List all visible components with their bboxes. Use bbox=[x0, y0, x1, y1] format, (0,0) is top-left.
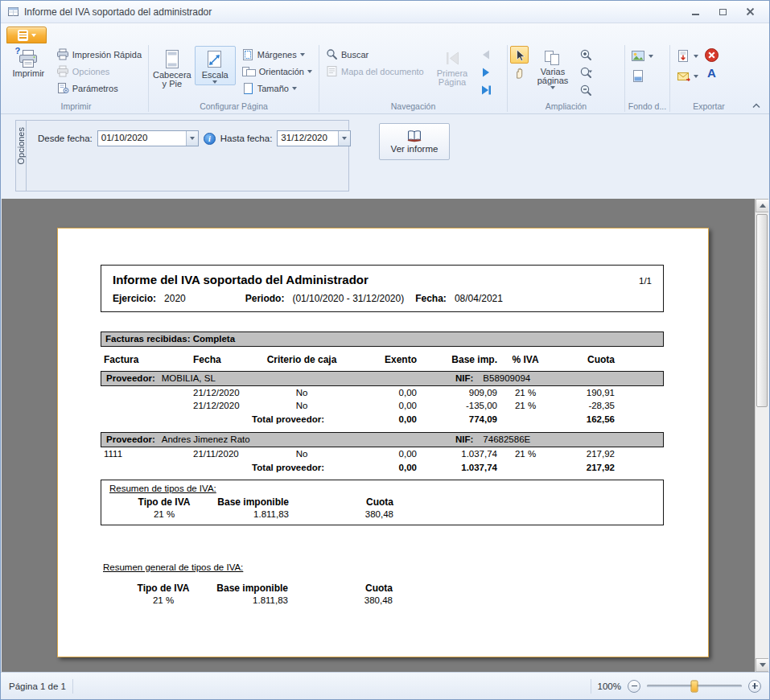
zoom-in-icon bbox=[579, 48, 593, 62]
orientation-icon bbox=[241, 65, 256, 78]
summary-title: Resumen de tipos de IVA: bbox=[101, 484, 663, 493]
page-color-icon bbox=[630, 69, 646, 84]
zoom-dropdown-button[interactable] bbox=[577, 64, 595, 81]
chevron-down-icon bbox=[31, 34, 36, 37]
next-page-icon bbox=[480, 67, 492, 78]
orientation-button[interactable]: Orientación bbox=[237, 63, 316, 80]
plus-icon bbox=[752, 686, 758, 687]
report-page: Informe del IVA soportado del Administra… bbox=[57, 228, 709, 657]
zoom-in-button[interactable] bbox=[577, 46, 595, 64]
document-map-icon bbox=[326, 65, 338, 77]
maximize-button[interactable] bbox=[714, 6, 731, 19]
appearance-button[interactable]: A bbox=[702, 64, 721, 81]
chevron-down-icon bbox=[300, 53, 305, 56]
invoice-row: 21/12/2020 No 0,00 909,09 21 % 190,91 bbox=[101, 386, 615, 399]
zoom-out-button[interactable] bbox=[577, 81, 595, 99]
margins-button[interactable]: Márgenes bbox=[237, 46, 316, 63]
scroll-down-button[interactable] bbox=[756, 658, 768, 672]
pointer-tool-button[interactable] bbox=[510, 46, 529, 64]
collapse-ribbon-button[interactable] bbox=[750, 100, 763, 111]
report-title: Informe del IVA soportado del Administra… bbox=[113, 273, 639, 286]
document-map-button: Mapa del documento bbox=[322, 63, 428, 80]
ribbon-group-fondo: Fondo d... bbox=[625, 45, 670, 112]
group-label-ampliacion: Ampliación bbox=[510, 101, 622, 112]
last-page-button[interactable] bbox=[476, 81, 495, 99]
document-preview[interactable]: Informe del IVA soportado del Administra… bbox=[2, 199, 768, 672]
page-size-icon bbox=[241, 82, 254, 95]
ribbon-group-exportar: A Exportar bbox=[670, 45, 747, 112]
hand-icon bbox=[513, 66, 526, 80]
hand-tool-button[interactable] bbox=[510, 64, 529, 81]
close-preview-button[interactable] bbox=[702, 46, 721, 64]
group-label-fondo: Fondo d... bbox=[628, 101, 667, 112]
zoom-in-button[interactable] bbox=[748, 680, 761, 693]
chevron-down-icon bbox=[307, 70, 312, 73]
vertical-scrollbar[interactable] bbox=[755, 199, 768, 672]
print-button[interactable]: ? Imprimir bbox=[6, 46, 51, 80]
size-button[interactable]: Tamaño bbox=[237, 80, 316, 97]
send-email-button[interactable] bbox=[673, 66, 701, 86]
watermark-button[interactable] bbox=[628, 46, 656, 66]
quick-print-icon bbox=[56, 48, 69, 60]
zoom-level: 100% bbox=[598, 681, 621, 691]
group-label-imprimir: Imprimir bbox=[6, 101, 146, 112]
ejercicio-label: Ejercicio: bbox=[113, 293, 156, 304]
zoom-out-button[interactable] bbox=[628, 680, 640, 693]
search-button[interactable]: Buscar bbox=[322, 46, 428, 63]
window-title: Informe del IVA soportado del administra… bbox=[24, 6, 682, 18]
minimize-button[interactable] bbox=[687, 6, 703, 19]
zoom-slider[interactable] bbox=[647, 685, 742, 687]
close-button[interactable] bbox=[742, 6, 758, 19]
general-summary: Resumen general de tipos de IVA: Tipo de… bbox=[101, 562, 664, 605]
page-color-button[interactable] bbox=[628, 66, 656, 86]
to-date-input[interactable]: 31/12/2020 bbox=[277, 130, 351, 146]
chevron-down-icon bbox=[292, 87, 297, 90]
print-options-button: Opciones bbox=[52, 63, 146, 80]
provider-total-row: Total proveedor: 0,00 1.037,74 217,92 bbox=[101, 461, 615, 475]
menu-list-icon bbox=[18, 30, 28, 41]
invoice-row: 1111 21/11/2020 No 0,00 1.037,74 21 % 21… bbox=[101, 447, 615, 460]
statusbar-divider bbox=[591, 679, 591, 694]
zoom-slider-thumb[interactable] bbox=[691, 680, 698, 692]
scrollbar-thumb[interactable] bbox=[756, 214, 768, 407]
quick-print-button[interactable]: Impresión Rápida bbox=[52, 46, 146, 63]
chevron-down-icon bbox=[694, 75, 698, 78]
group-label-exportar: Exportar bbox=[673, 101, 745, 112]
view-report-button[interactable]: Ver informe bbox=[379, 123, 450, 160]
parameters-button[interactable]: Parámetros bbox=[52, 80, 146, 97]
print-options-icon bbox=[56, 65, 69, 77]
chevron-down-icon bbox=[342, 137, 347, 140]
header-footer-button[interactable]: Cabecera y Pie bbox=[151, 46, 193, 90]
dropdown-button[interactable] bbox=[338, 131, 350, 146]
scroll-up-button[interactable] bbox=[756, 199, 768, 212]
fecha-value: 08/04/2021 bbox=[455, 293, 503, 304]
scale-icon bbox=[205, 49, 224, 70]
parameters-icon bbox=[56, 82, 69, 94]
to-date-label: Hasta fecha: bbox=[220, 134, 273, 143]
export-document-button[interactable] bbox=[673, 46, 701, 66]
ribbon-group-ampliacion: Varias páginas bbox=[508, 45, 625, 112]
tab-opciones[interactable]: Opciones bbox=[16, 121, 27, 191]
group-label-configurar: Configurar Página bbox=[151, 101, 316, 112]
fecha-label: Fecha: bbox=[415, 293, 447, 304]
arrow-down-icon bbox=[760, 663, 766, 667]
report-header: Informe del IVA soportado del Administra… bbox=[101, 265, 664, 312]
search-icon bbox=[326, 48, 338, 60]
provider-total-row: Total proveedor: 0,00 774,09 162,56 bbox=[101, 413, 615, 426]
dropdown-button[interactable] bbox=[186, 131, 198, 146]
arrow-up-icon bbox=[760, 204, 766, 208]
cursor-icon bbox=[513, 48, 526, 62]
general-summary-title: Resumen general de tipos de IVA: bbox=[101, 562, 664, 572]
send-email-icon bbox=[675, 69, 691, 84]
next-page-button[interactable] bbox=[476, 64, 495, 81]
scale-button[interactable]: Escala bbox=[195, 46, 236, 85]
many-pages-button[interactable]: Varias páginas bbox=[530, 46, 575, 91]
invoice-row: 21/12/2020 No 0,00 -135,00 21 % -28,35 bbox=[101, 399, 615, 412]
general-summary-header-row: Tipo de IVA Base imponible Cuota bbox=[101, 583, 664, 594]
margins-icon bbox=[241, 48, 254, 61]
chevron-down-icon bbox=[694, 55, 698, 58]
ribbon-group-configurar-pagina: Cabecera y Pie Escala Márgenes bbox=[149, 45, 319, 112]
from-date-input[interactable]: 01/10/2020 bbox=[97, 130, 199, 146]
application-menu-button[interactable] bbox=[6, 27, 47, 43]
close-circle-icon bbox=[704, 47, 719, 63]
